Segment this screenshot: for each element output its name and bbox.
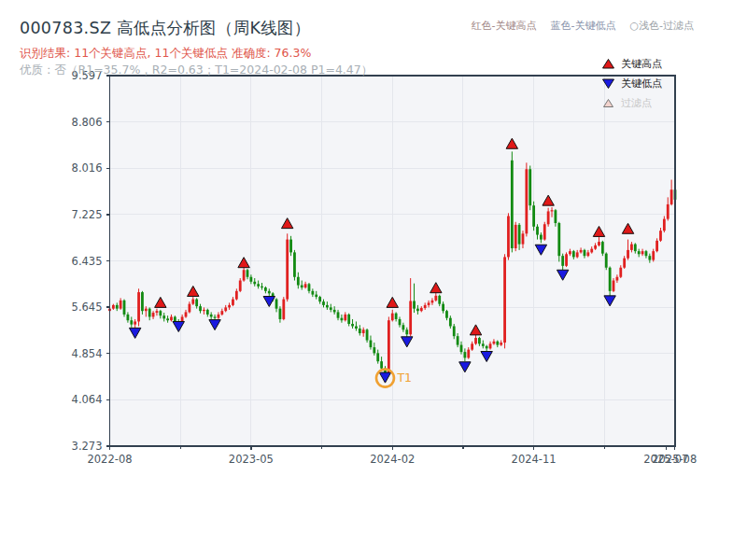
triangle-up-icon [602, 59, 614, 69]
triangle-up-light-icon [602, 98, 614, 108]
legend-item-key-low: 关键低点 [602, 74, 696, 93]
y-tick-label: 5.645 [72, 301, 103, 314]
legend-item-filtered: 过滤点 [602, 93, 696, 113]
t1-label: T1 [396, 371, 412, 385]
y-tick-label: 8.016 [72, 161, 103, 175]
y-tick-label: 6.435 [72, 255, 103, 268]
triangle-down-icon [602, 78, 614, 89]
legend-item-key-high: 关键高点 [602, 54, 696, 74]
legend-label: 关键高点 [621, 57, 662, 71]
y-tick-label: 3.273 [72, 440, 103, 453]
x-tick-label: 2024-11 [512, 453, 557, 466]
chart-legend: 关键高点 关键低点 过滤点 [602, 54, 696, 113]
x-tick-label: 2023-05 [229, 453, 274, 466]
y-tick-label: 8.806 [72, 116, 103, 129]
legend-label: 过滤点 [621, 96, 652, 110]
recognition-result-text: 识别结果: 11个关键高点, 11个关键低点 准确度: 76.3% [20, 46, 311, 62]
color-key-filtered: ○浅色-过滤点 [629, 19, 694, 33]
x-tick-label: 2022-08 [87, 453, 132, 466]
color-key-high: 红色-关键高点 [471, 19, 536, 33]
color-key-low: 蓝色-关键低点 [550, 19, 615, 33]
color-key-strip: 红色-关键高点 蓝色-关键低点 ○浅色-过滤点 [471, 19, 694, 33]
x-tick-label: 2024-02 [370, 453, 415, 466]
y-tick-label: 4.064 [72, 393, 103, 406]
page-title: 000783.SZ 高低点分析图（周K线图） [20, 17, 311, 39]
legend-label: 关键低点 [621, 77, 662, 91]
quality-summary-text: 优质：否（R1=35.7%，R2=0.63；T1=2024-02-08 P1=4… [20, 63, 373, 78]
y-tick-label: 7.225 [72, 208, 103, 221]
x-tick-label: 2025-08 [652, 453, 697, 466]
y-tick-label: 4.854 [72, 347, 103, 360]
kline-analysis-page: { "header": { "title": "000783.SZ 高低点分析图… [0, 0, 747, 560]
